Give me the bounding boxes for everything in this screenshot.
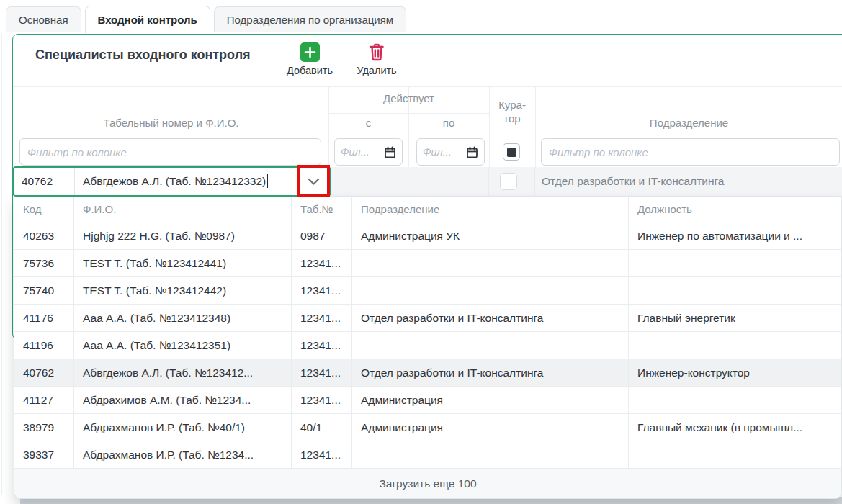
panel-title: Специалисты входного контроля — [35, 48, 251, 63]
column-header-curator-line1: Кура- — [489, 98, 535, 112]
filter-date-to[interactable]: Фил... — [416, 138, 485, 166]
cell-department: Администрация — [352, 414, 629, 441]
cell-code: 41196 — [14, 332, 74, 359]
filter-date-from-placeholder: Фил... — [341, 146, 384, 158]
cell-position — [629, 250, 841, 276]
tab-vhodnoy-kontrol[interactable]: Входной контроль — [85, 6, 210, 33]
column-header-from: с — [328, 117, 408, 129]
edit-row-fio-input[interactable]: Абвгдежов А.Л. (Таб. №123412332) — [75, 168, 297, 195]
cell-fio: Абвгдежов А.Л. (Таб. №123412... — [74, 359, 292, 386]
cell-code: 41176 — [14, 305, 74, 331]
cell-position — [629, 441, 841, 468]
filter-fio-input[interactable] — [19, 138, 321, 166]
edit-row-background: Отдел разработки и IT-консалтинга — [331, 167, 842, 196]
cell-tab-no: 12341... — [292, 305, 352, 331]
delete-button[interactable]: Удалить — [351, 42, 403, 76]
cell-position: Главный механик (в промышл... — [629, 414, 841, 441]
curator-filter-checkbox[interactable] — [503, 143, 520, 161]
trash-icon — [368, 42, 385, 62]
column-header-fio: Табельный номер и Ф.И.О. — [14, 117, 328, 129]
dropdown-row[interactable]: 75736 TEST T. (Таб. №123412441) 12341... — [14, 250, 841, 277]
cell-tab-no: 0987 — [292, 222, 352, 249]
tabbar: Основная Входной контроль Подразделения … — [6, 6, 406, 32]
cell-code: 40762 — [14, 359, 74, 386]
column-header-active: Действует — [328, 92, 489, 104]
cell-tab-no: 12341... — [292, 277, 352, 304]
dropdown-row-selected[interactable]: 40762 Абвгдежов А.Л. (Таб. №123412... 12… — [14, 359, 841, 387]
tab-podrazdeleniya-po-organizatsiyam[interactable]: Подразделения по организациям — [214, 6, 406, 32]
cell-department — [352, 250, 629, 276]
cell-fio: Hjghjg 222 H.G. (Таб. №0987) — [74, 222, 292, 249]
filter-department-input[interactable] — [541, 138, 840, 166]
cell-department: Администрация УК — [352, 222, 629, 249]
dropdown-row[interactable]: 38979 Абдрахманов И.Р. (Таб. №40/1) 40/1… — [14, 414, 841, 441]
dropdown-header-tab-no: Таб.№ — [292, 197, 352, 222]
cell-code: 41127 — [14, 387, 74, 413]
dropdown-row[interactable]: 41196 Ааа А.А. (Таб. №123412351) 12341..… — [14, 332, 841, 359]
cell-position: Главный энергетик — [629, 305, 841, 331]
edit-row-code[interactable]: 40762 — [14, 168, 75, 195]
cell-position: Инженер-конструктор — [629, 359, 841, 386]
plus-icon — [300, 42, 320, 62]
cell-fio: Ааа А.А. (Таб. №123412351) — [74, 332, 292, 359]
column-divider — [534, 167, 535, 196]
cell-code: 39337 — [14, 441, 74, 468]
cell-department — [352, 332, 629, 359]
content-left-border — [1, 33, 2, 495]
cell-position — [629, 332, 841, 359]
cell-department — [352, 441, 629, 468]
column-header-curator: Кура- тор — [489, 98, 535, 125]
add-button-label: Добавить — [287, 65, 333, 76]
edit-row-department: Отдел разработки и IT-консалтинга — [542, 167, 724, 196]
dropdown-header-row: Код Ф.И.О. Таб.№ Подразделение Должность — [14, 197, 841, 222]
cell-code: 38979 — [14, 414, 74, 441]
dropdown-toggle-button[interactable] — [297, 168, 330, 195]
tab-osnovnaya[interactable]: Основная — [6, 6, 81, 32]
curator-checkbox[interactable] — [500, 173, 517, 190]
cell-tab-no: 12341... — [292, 359, 352, 386]
cell-fio: Абдрахманов И.Р. (Таб. №40/1) — [74, 414, 292, 441]
cell-code: 75740 — [14, 277, 74, 304]
calendar-icon[interactable] — [384, 146, 396, 158]
cell-fio: Абдрахимов А.М. (Таб. №1234... — [74, 387, 292, 413]
column-header-to: по — [408, 117, 489, 129]
cell-code: 75736 — [14, 250, 74, 276]
cell-fio: TEST T. (Таб. №123412442) — [74, 277, 292, 304]
dropdown-row[interactable]: 40263 Hjghjg 222 H.G. (Таб. №0987) 0987 … — [14, 222, 841, 250]
column-divider — [488, 167, 489, 196]
employee-dropdown: Код Ф.И.О. Таб.№ Подразделение Должность… — [14, 196, 842, 499]
dropdown-header-fio: Ф.И.О. — [74, 197, 292, 222]
checkbox-indeterminate-mark — [507, 148, 516, 157]
cell-department: Администрация — [352, 387, 629, 413]
filter-date-from[interactable]: Фил... — [334, 138, 403, 166]
dropdown-header-code: Код — [14, 197, 74, 222]
input-control-screen: Основная Входной контроль Подразделения … — [0, 0, 842, 504]
cell-tab-no: 12341... — [292, 387, 352, 413]
cell-tab-no: 12341... — [292, 250, 352, 276]
column-divider — [408, 167, 408, 196]
cell-position: Инженер по автоматизации и ... — [629, 222, 841, 249]
active-subheader-divider — [328, 113, 489, 114]
grid-header-divider — [13, 86, 842, 87]
cell-fio: TEST T. (Таб. №123412441) — [74, 250, 292, 276]
cell-department: Отдел разработки и IT-консалтинга — [352, 305, 629, 331]
dropdown-header-department: Подразделение — [352, 197, 629, 222]
cell-position — [629, 387, 841, 413]
calendar-icon[interactable] — [466, 146, 478, 158]
load-more-button[interactable]: Загрузить еще 100 — [14, 469, 841, 498]
dropdown-header-position: Должность — [629, 197, 841, 222]
dropdown-row[interactable]: 41176 Ааа А.А. (Таб. №123412348) 12341..… — [14, 305, 841, 332]
cell-tab-no: 12341... — [292, 332, 352, 359]
column-header-department: Подразделение — [535, 117, 842, 129]
add-button[interactable]: Добавить — [283, 42, 336, 76]
cell-fio: Ааа А.А. (Таб. №123412348) — [74, 305, 292, 331]
dropdown-row[interactable]: 39337 Абдрахманов И.Р. (Таб. №1234... 12… — [14, 441, 841, 469]
chevron-down-icon — [308, 178, 320, 186]
column-header-curator-line2: тор — [489, 112, 535, 125]
cell-department — [352, 277, 629, 304]
cell-department: Отдел разработки и IT-консалтинга — [352, 359, 629, 386]
dropdown-row[interactable]: 75740 TEST T. (Таб. №123412442) 12341... — [14, 277, 841, 305]
text-caret — [267, 174, 268, 188]
dropdown-row[interactable]: 41127 Абдрахимов А.М. (Таб. №1234... 123… — [14, 387, 841, 414]
cell-code: 40263 — [14, 222, 74, 249]
